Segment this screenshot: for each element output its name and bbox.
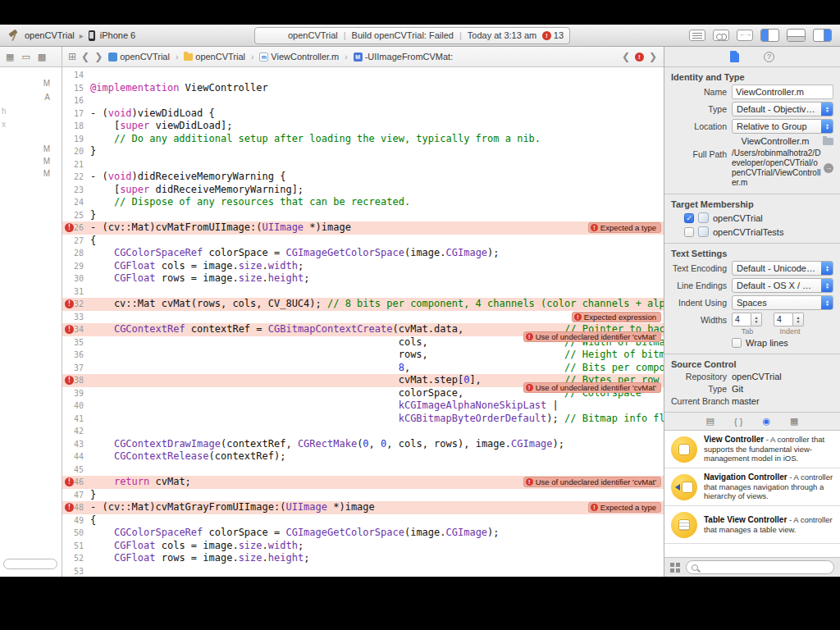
setting-label: Text Encoding	[671, 263, 732, 273]
utilities-panel: ? Identity and Type Name ViewController.…	[664, 47, 840, 577]
file-status-badge: M	[43, 79, 50, 88]
wrap-lines-label: Wrap lines	[746, 338, 788, 348]
media-library-icon[interactable]: ▦	[790, 416, 798, 427]
iphone-icon	[89, 30, 95, 41]
related-items-icon[interactable]: ⊞	[68, 51, 76, 62]
back-button[interactable]: ❮	[81, 51, 89, 62]
breadcrumb-item[interactable]: mViewController.m	[259, 52, 339, 62]
wrap-lines-checkbox[interactable]	[732, 338, 742, 348]
quick-help-tab-icon[interactable]: ?	[764, 52, 774, 62]
target-checkbox[interactable]	[684, 227, 694, 237]
indent-width-stepper[interactable]: 4▲▼	[774, 313, 804, 326]
full-path-label: Full Path	[671, 148, 732, 159]
next-issue-button[interactable]: ❯	[649, 51, 657, 62]
folder-icon[interactable]	[823, 138, 833, 145]
library-item[interactable]: Table View Controller - A controller tha…	[664, 506, 840, 544]
panel-icon[interactable]: ▭	[21, 52, 30, 62]
status-message: Build openCVTrial: Failed	[352, 30, 454, 40]
scheme-project-label[interactable]: openCVTrial	[25, 30, 75, 40]
tab-sublabel: Tab	[732, 327, 763, 336]
error-annotation[interactable]: !Use of undeclared identifier 'cvMat'	[523, 382, 661, 393]
section-header: Identity and Type	[671, 72, 833, 82]
forward-button[interactable]: ❯	[94, 51, 103, 62]
code-snippet-library-icon[interactable]: { }	[734, 417, 742, 427]
folder-icon	[184, 53, 193, 61]
popup-arrows-icon: ▲▼	[821, 119, 833, 134]
source-control-label: Current Branch	[671, 396, 732, 406]
error-annotation[interactable]: !Expected a type	[588, 222, 661, 233]
library-search-field[interactable]	[686, 560, 834, 574]
indent-width-value: 4	[774, 313, 793, 326]
activity-status-bar[interactable]: openCVTrial | Build openCVTrial: Failed …	[254, 27, 570, 44]
navigator-filter-field[interactable]	[3, 559, 57, 569]
error-annotation-text: Expected a type	[600, 503, 656, 512]
breadcrumb-label: ViewController.m	[271, 52, 339, 62]
stepper-arrows-icon[interactable]: ▲▼	[751, 313, 762, 326]
error-icon: !	[591, 504, 598, 511]
toggle-utilities-button[interactable]	[813, 29, 832, 42]
project-navigator-strip[interactable]: MAhxMMM	[0, 67, 62, 577]
setting-popup[interactable]: Default - Unicode (UTF-8)▲▼	[732, 261, 833, 276]
reveal-arrow-icon[interactable]: →	[824, 163, 833, 173]
target-membership-section: Target Membership openCVTrialopenCVTrial…	[664, 194, 840, 244]
previous-issue-button[interactable]: ❮	[622, 51, 630, 62]
standard-editor-button[interactable]	[689, 30, 705, 41]
error-annotation[interactable]: !Use of undeclared identifier 'cvMat'	[523, 477, 661, 487]
comment-icon[interactable]: ▩	[38, 52, 46, 62]
tab-width-stepper[interactable]: 4▲▼	[732, 313, 762, 326]
scheme-selector[interactable]: openCVTrial ▸ iPhone 6	[8, 30, 135, 41]
scheme-device-label[interactable]: iPhone 6	[100, 30, 135, 40]
target-app-icon	[698, 212, 709, 223]
library-view-mode-icon[interactable]	[670, 563, 680, 573]
text-settings-section: Text Settings Text EncodingDefault - Uni…	[664, 244, 840, 354]
grid-icon[interactable]: ▦	[6, 52, 14, 62]
object-library-icon[interactable]: ◉	[762, 416, 770, 427]
breadcrumb-item[interactable]: M-UIImageFromCVMat:	[354, 52, 454, 62]
source-editor[interactable]: 1415@implementation ViewController1617- …	[62, 67, 664, 577]
location-popup[interactable]: Relative to Group▲▼	[732, 119, 833, 134]
breadcrumb-item[interactable]: openCVTrial	[108, 52, 170, 62]
name-field[interactable]: ViewController.m	[732, 84, 833, 99]
source-control-value: master	[732, 396, 833, 406]
section-header: Text Settings	[671, 249, 833, 258]
error-annotation[interactable]: !Expected a type	[588, 502, 661, 513]
source-control-row: RepositoryopenCVTrial	[671, 372, 833, 381]
library-search-input[interactable]	[701, 563, 829, 572]
type-popup[interactable]: Default - Objective-C So...▲▼	[732, 102, 833, 116]
library-item[interactable]: View Controller - A controller that supp…	[664, 431, 840, 468]
status-error-counter[interactable]: ! 13	[542, 30, 564, 40]
error-annotation[interactable]: !Expected expression	[572, 312, 661, 322]
file-inspector-tab-icon[interactable]	[730, 51, 739, 62]
target-checkbox[interactable]	[684, 213, 694, 223]
target-row: openCVTrial	[684, 212, 833, 223]
location-label: Location	[671, 121, 732, 131]
file-template-library-icon[interactable]: ▤	[706, 416, 714, 427]
toggle-debug-area-button[interactable]	[787, 29, 806, 42]
text-setting-row: Indent UsingSpaces▲▼	[671, 295, 833, 310]
setting-label: Line Endings	[671, 281, 732, 290]
identity-and-type-section: Identity and Type Name ViewController.m …	[664, 67, 840, 194]
navigation-controller-icon	[671, 474, 697, 500]
source-control-section: Source Control RepositoryopenCVTrialType…	[664, 354, 840, 413]
method-icon: M	[354, 52, 363, 62]
issue-error-icon[interactable]: !	[635, 52, 644, 62]
stepper-arrows-icon[interactable]: ▲▼	[793, 313, 804, 326]
setting-popup[interactable]: Spaces▲▼	[732, 295, 833, 310]
library-item[interactable]: Navigation Controller - A controller tha…	[664, 468, 840, 506]
text-setting-row: Text EncodingDefault - Unicode (UTF-8)▲▼	[671, 261, 833, 276]
breadcrumb-label: openCVTrial	[120, 52, 170, 62]
error-icon: !	[574, 313, 582, 321]
setting-popup[interactable]: Default - OS X / Unix (LF)▲▼	[732, 278, 833, 293]
jump-bar: ▦ ▭ ▩ ⊞ ❮ ❯ openCVTrial›openCVTrial›mVie…	[0, 47, 664, 67]
toggle-navigator-button[interactable]	[760, 29, 779, 42]
navigator-bar-fragment: ▦ ▭ ▩	[0, 47, 62, 66]
section-header: Source Control	[671, 359, 833, 369]
popup-arrows-icon: ▲▼	[821, 102, 833, 116]
library-item-title: View Controller	[704, 435, 764, 444]
breadcrumb-item[interactable]: openCVTrial	[184, 52, 245, 62]
editor-pane: ▦ ▭ ▩ ⊞ ❮ ❯ openCVTrial›openCVTrial›mVie…	[0, 47, 664, 577]
error-icon: !	[591, 224, 598, 231]
assistant-editor-button[interactable]	[713, 30, 729, 41]
error-annotation[interactable]: !Use of undeclared identifier 'cvMat'	[523, 331, 661, 342]
version-editor-button[interactable]	[737, 30, 753, 41]
